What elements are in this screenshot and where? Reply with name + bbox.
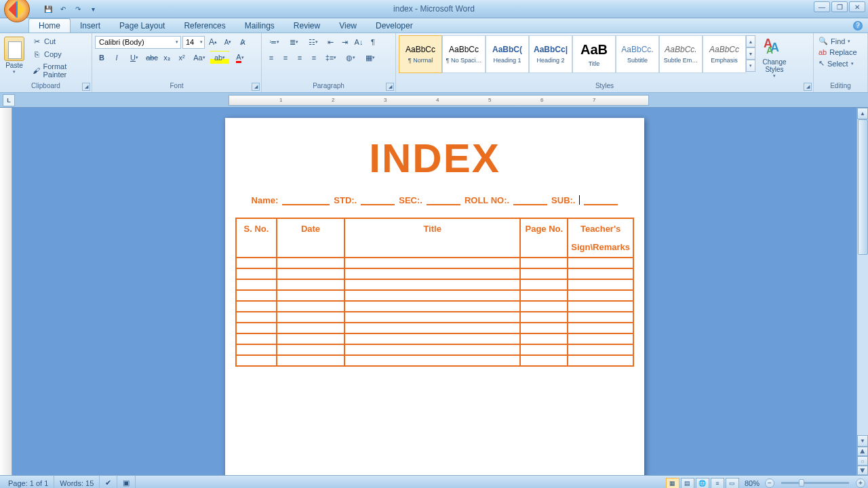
cut-button[interactable]: ✂ Cut bbox=[30, 35, 89, 47]
save-icon[interactable]: 💾 bbox=[42, 3, 54, 15]
tab-home[interactable]: Home bbox=[28, 18, 71, 33]
zoom-slider[interactable] bbox=[781, 482, 849, 484]
status-page[interactable]: Page: 1 of 1 bbox=[3, 476, 54, 488]
style-heading2[interactable]: AaBbCc|Heading 2 bbox=[529, 35, 572, 73]
justify-button[interactable]: ≡ bbox=[307, 51, 321, 64]
view-draft[interactable]: ▭ bbox=[726, 478, 739, 489]
decrease-indent-button[interactable]: ⇤ bbox=[323, 35, 337, 49]
zoom-out-button[interactable]: − bbox=[765, 479, 774, 488]
zoom-in-button[interactable]: + bbox=[856, 479, 865, 488]
view-web-layout[interactable]: 🌐 bbox=[696, 478, 709, 489]
shading-button[interactable]: ◍▾ bbox=[341, 51, 360, 64]
style-normal[interactable]: AaBbCc¶ Normal bbox=[399, 35, 442, 73]
paste-button[interactable]: Paste ▾ bbox=[3, 35, 26, 80]
tab-view[interactable]: View bbox=[330, 19, 366, 33]
change-styles-button[interactable]: AAAChange Styles▾ bbox=[760, 35, 789, 79]
bullets-button[interactable]: ≔▾ bbox=[264, 35, 283, 49]
tab-references[interactable]: References bbox=[174, 19, 235, 33]
font-name-combo[interactable]: Calibri (Body) ▾ bbox=[95, 36, 181, 49]
style-nospaci[interactable]: AaBbCc¶ No Spaci… bbox=[442, 35, 486, 73]
zoom-level[interactable]: 80% bbox=[745, 479, 760, 487]
horizontal-ruler[interactable]: 1234567 bbox=[229, 95, 649, 106]
style-heading1[interactable]: AaBbC(Heading 1 bbox=[486, 35, 529, 73]
show-marks-button[interactable]: ¶ bbox=[366, 35, 380, 49]
font-dialog-launcher[interactable]: ◢ bbox=[252, 83, 260, 91]
font-size-combo[interactable]: 14 ▾ bbox=[182, 36, 205, 49]
copy-label: Copy bbox=[44, 50, 62, 58]
minimize-button[interactable]: — bbox=[814, 1, 830, 12]
close-button[interactable]: ✕ bbox=[849, 1, 865, 12]
qat-dropdown-icon[interactable]: ▾ bbox=[87, 3, 99, 15]
numbering-button[interactable]: ≣▾ bbox=[284, 35, 303, 49]
tab-mailings[interactable]: Mailings bbox=[235, 19, 284, 33]
italic-button[interactable]: I bbox=[110, 51, 123, 64]
clear-formatting-button[interactable]: A̷ bbox=[236, 35, 250, 49]
undo-icon[interactable]: ↶ bbox=[57, 3, 69, 15]
browse-object-button[interactable]: ○ bbox=[857, 456, 868, 466]
grow-font-button[interactable]: A▴ bbox=[206, 35, 220, 49]
document-page[interactable]: INDEX Name: STD:. SEC:. ROLL NO:. SUB:. … bbox=[225, 118, 644, 475]
font-name-value: Calibri (Body) bbox=[99, 38, 144, 46]
vertical-scrollbar[interactable]: ▲ ▼ ⯅ ○ ⯆ bbox=[856, 108, 868, 475]
font-color-button[interactable]: A▾ bbox=[231, 51, 250, 64]
scroll-up-button[interactable]: ▲ bbox=[857, 108, 868, 119]
line-spacing-button[interactable]: ‡≡▾ bbox=[321, 51, 340, 64]
restore-button[interactable]: ❐ bbox=[831, 1, 848, 12]
align-center-button[interactable]: ≡ bbox=[279, 51, 292, 64]
style-title[interactable]: AaBTitle bbox=[572, 35, 616, 73]
tab-insert[interactable]: Insert bbox=[71, 19, 110, 33]
view-outline[interactable]: ≡ bbox=[711, 478, 724, 489]
scroll-thumb[interactable] bbox=[858, 119, 868, 255]
align-right-button[interactable]: ≡ bbox=[293, 51, 307, 64]
borders-button[interactable]: ▦▾ bbox=[361, 51, 380, 64]
style-subtleem[interactable]: AaBbCc.Subtle Em… bbox=[659, 35, 703, 73]
format-painter-icon: 🖌 bbox=[32, 66, 40, 75]
view-print-layout[interactable]: ▦ bbox=[666, 478, 679, 489]
select-button[interactable]: ↖ Select ▾ bbox=[816, 58, 865, 69]
styles-scroll-down[interactable]: ▼ bbox=[746, 47, 755, 60]
table-row bbox=[236, 312, 633, 323]
group-font: Calibri (Body) ▾ 14 ▾ A▴ A▾ A̷ B I U ▾ a… bbox=[92, 33, 262, 92]
styles-scroll-up[interactable]: ▲ bbox=[746, 35, 755, 47]
tab-developer[interactable]: Developer bbox=[366, 19, 422, 33]
group-font-title: Font bbox=[95, 81, 258, 92]
shrink-font-button[interactable]: A▾ bbox=[221, 35, 235, 49]
paragraph-dialog-launcher[interactable]: ◢ bbox=[386, 83, 394, 91]
clipboard-dialog-launcher[interactable]: ◢ bbox=[82, 83, 90, 91]
subscript-button[interactable]: x₂ bbox=[160, 51, 174, 64]
increase-indent-button[interactable]: ⇥ bbox=[338, 35, 351, 49]
underline-button[interactable]: U ▾ bbox=[125, 51, 144, 64]
th-sno: S. No. bbox=[236, 218, 277, 258]
status-macro[interactable]: ▣ bbox=[117, 476, 136, 488]
view-full-reading[interactable]: ▤ bbox=[681, 478, 694, 489]
redo-icon[interactable]: ↷ bbox=[72, 3, 84, 15]
styles-dialog-launcher[interactable]: ◢ bbox=[804, 83, 812, 91]
status-words[interactable]: Words: 15 bbox=[54, 476, 100, 488]
format-painter-button[interactable]: 🖌 Format Painter bbox=[30, 61, 89, 80]
window-title: index - Microsoft Word bbox=[0, 4, 868, 14]
find-button[interactable]: 🔍 Find ▾ bbox=[816, 35, 865, 47]
align-left-button[interactable]: ≡ bbox=[264, 51, 278, 64]
tab-selector[interactable]: L bbox=[3, 94, 15, 106]
replace-button[interactable]: ab Replace bbox=[816, 47, 865, 58]
superscript-button[interactable]: x² bbox=[175, 51, 189, 64]
status-proof[interactable]: ✔ bbox=[100, 476, 117, 488]
help-icon[interactable]: ? bbox=[853, 21, 863, 30]
sort-button[interactable]: A↓ bbox=[352, 35, 366, 49]
bold-button[interactable]: B bbox=[95, 51, 108, 64]
next-page-button[interactable]: ⯆ bbox=[857, 466, 868, 475]
style-subtitle[interactable]: AaBbCc.Subtitle bbox=[616, 35, 659, 73]
copy-button[interactable]: ⎘ Copy bbox=[30, 48, 89, 60]
vertical-ruler[interactable] bbox=[0, 108, 12, 475]
prev-page-button[interactable]: ⯅ bbox=[857, 447, 868, 456]
styles-more[interactable]: ▾ bbox=[746, 60, 755, 72]
table-row bbox=[236, 279, 633, 290]
tab-page-layout[interactable]: Page Layout bbox=[110, 19, 174, 33]
scroll-down-button[interactable]: ▼ bbox=[857, 435, 868, 447]
style-emphasis[interactable]: AaBbCcEmphasis bbox=[703, 35, 746, 73]
strikethrough-button[interactable]: abc bbox=[145, 51, 159, 64]
highlight-button[interactable]: ab▾ bbox=[210, 51, 229, 64]
change-case-button[interactable]: Aa▾ bbox=[190, 51, 209, 64]
multilevel-button[interactable]: ☷▾ bbox=[304, 35, 323, 49]
tab-review[interactable]: Review bbox=[284, 19, 330, 33]
